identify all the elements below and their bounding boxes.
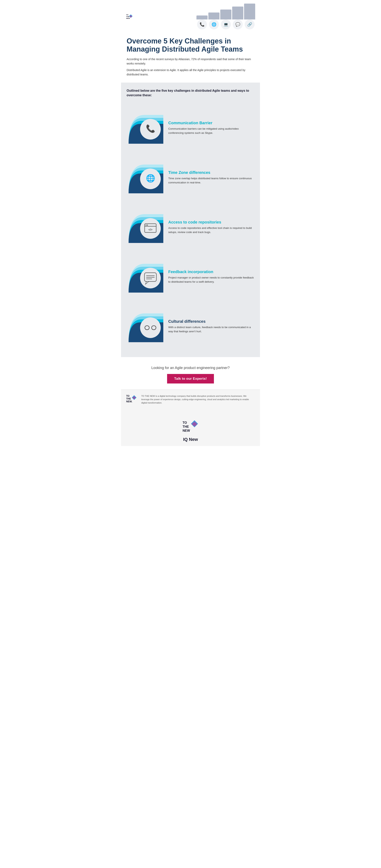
svg-point-22 — [140, 317, 161, 338]
challenge-5-content: Cultural differences With a distinct tea… — [168, 317, 254, 334]
iq-new-label: IQ New — [183, 437, 198, 442]
cta-button[interactable]: Talk to our Experts! — [167, 374, 214, 383]
nav-icon-globe[interactable]: 🌐 — [209, 12, 220, 29]
svg-marker-5 — [129, 15, 132, 18]
logo-svg: TO THE NEW — [126, 13, 133, 20]
challenge-4-svg — [127, 256, 163, 292]
hero-para2: Distributed Agile is an extension to Agi… — [127, 68, 254, 77]
challenge-item-5: Cultural differences With a distinct tea… — [127, 302, 254, 351]
nav-icon-code[interactable]: 💻 — [220, 9, 231, 29]
challenge-intro: Outlined below are the five key challeng… — [127, 89, 254, 97]
challenge-1-content: Communication Barrier Communication barr… — [168, 119, 254, 135]
iq-new-section: TO THE NEW IQ New — [121, 410, 260, 446]
footer: TO THE NEW. TO THE NEW is a digital tech… — [121, 390, 260, 410]
header-nav-icons: 📞 🌐 💻 💬 🔗 — [196, 4, 255, 29]
challenge-item-1: 📞 Communication Barrier Communication ba… — [127, 103, 254, 153]
challenge-1-svg: 📞 — [127, 107, 163, 144]
svg-text:</>: </> — [149, 228, 152, 231]
challenge-3-content: Access to code repositories Access to co… — [168, 218, 254, 235]
challenge-4-content: Feedback incorporation Project manager o… — [168, 267, 254, 284]
nav-icon-chat[interactable]: 💬 — [232, 6, 243, 29]
nav-icon-phone[interactable]: 📞 — [196, 16, 208, 29]
footer-logo: TO THE NEW. — [126, 394, 138, 406]
svg-point-16 — [140, 268, 161, 288]
challenge-2-svg: 🌐 — [127, 157, 163, 193]
svg-text:TO: TO — [183, 421, 187, 424]
challenge-2-desc: Time zone overlap helps distributed team… — [168, 177, 254, 185]
svg-marker-36 — [191, 421, 198, 427]
challenge-4-visual — [127, 256, 164, 296]
svg-text:TO: TO — [126, 14, 128, 16]
challenge-2-content: Time Zone differences Time zone overlap … — [168, 168, 254, 185]
challenge-4-title: Feedback incorporation — [168, 269, 254, 274]
hero-para1: According to one of the recent surveys b… — [127, 57, 254, 66]
iq-new-badge: TO THE NEW IQ New — [182, 418, 199, 442]
challenge-1-visual: 📞 — [127, 107, 164, 147]
svg-text:NEW: NEW — [183, 429, 190, 432]
footer-cta-text: Looking for an Agile product engineering… — [127, 366, 254, 370]
challenge-2-title: Time Zone differences — [168, 170, 254, 175]
header: TO THE NEW 📞 🌐 💻 💬 🔗 — [121, 0, 260, 31]
svg-text:NEW.: NEW. — [126, 400, 132, 403]
svg-text:TO: TO — [126, 395, 129, 397]
challenge-4-desc: Project manager or product owner needs t… — [168, 276, 254, 284]
challenge-section: Outlined below are the five key challeng… — [121, 83, 260, 357]
svg-point-14 — [147, 225, 148, 226]
svg-text:NEW: NEW — [126, 18, 130, 19]
challenge-3-desc: Access to code repositories and effectiv… — [168, 226, 254, 235]
challenges-list: 📞 Communication Barrier Communication ba… — [127, 103, 254, 357]
challenge-item-3: </> Access to code repositories Access t… — [127, 202, 254, 252]
footer-cta-section: Looking for an Agile product engineering… — [121, 357, 260, 390]
challenge-item-2: 🌐 Time Zone differences Time zone overla… — [127, 153, 254, 202]
challenge-3-visual: </> — [127, 206, 164, 246]
challenge-5-desc: With a distinct team culture, feedback n… — [168, 325, 254, 334]
challenge-5-visual — [127, 306, 164, 345]
challenge-3-svg: </> — [127, 206, 163, 243]
hero-title: Overcome 5 Key Challenges in Managing Di… — [127, 37, 254, 53]
challenge-1-desc: Communication barriers can be mitigated … — [168, 127, 254, 135]
challenge-item-4: Feedback incorporation Project manager o… — [127, 252, 254, 302]
svg-text:📞: 📞 — [146, 124, 155, 133]
challenge-5-svg — [127, 306, 163, 342]
hero-section: Overcome 5 Key Challenges in Managing Di… — [121, 31, 260, 83]
svg-text:THE: THE — [126, 397, 131, 400]
svg-marker-30 — [132, 396, 136, 400]
header-logo: TO THE NEW — [126, 13, 133, 20]
svg-text:🌐: 🌐 — [146, 174, 155, 183]
svg-text:THE: THE — [126, 16, 130, 18]
challenge-5-title: Cultural differences — [168, 319, 254, 324]
svg-text:THE: THE — [183, 425, 189, 428]
challenge-1-title: Communication Barrier — [168, 121, 254, 125]
footer-logo-svg: TO THE NEW. — [126, 394, 138, 405]
nav-icon-link[interactable]: 🔗 — [244, 4, 255, 29]
challenge-2-visual: 🌐 — [127, 157, 164, 196]
challenge-3-title: Access to code repositories — [168, 220, 254, 224]
iq-new-logo-svg: TO THE NEW — [182, 418, 199, 436]
footer-description: TO THE NEW is a digital technology compa… — [141, 394, 255, 405]
svg-point-13 — [146, 225, 147, 226]
